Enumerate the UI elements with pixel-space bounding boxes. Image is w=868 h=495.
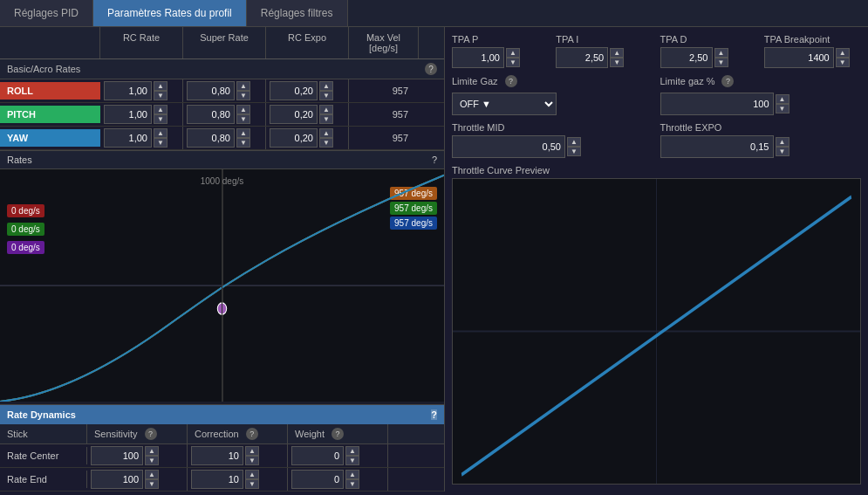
dyn-end-correction-input[interactable] xyxy=(191,470,243,489)
dyn-end-sensitivity-up[interactable]: ▲ xyxy=(145,470,159,479)
dyn-center-correction-input[interactable] xyxy=(191,446,243,465)
pitch-rc-rate-down[interactable]: ▼ xyxy=(154,114,167,124)
chart-svg xyxy=(0,169,444,402)
dyn-row-end: Rate End ▲ ▼ ▲ ▼ xyxy=(0,468,444,492)
rates-help-icon[interactable]: ? xyxy=(432,155,437,165)
throttle-expo-up[interactable]: ▲ xyxy=(776,137,789,147)
weight-help-icon[interactable]: ? xyxy=(331,428,344,440)
limite-gaz-pct-input[interactable] xyxy=(660,93,774,115)
tpa-p-down[interactable]: ▼ xyxy=(506,58,520,67)
yaw-super-rate-down[interactable]: ▼ xyxy=(236,138,250,148)
dyn-center-sensitivity-down[interactable]: ▼ xyxy=(145,456,159,465)
pitch-rc-expo-down[interactable]: ▼ xyxy=(319,114,333,124)
throttle-expo-input-row: ▲ ▼ xyxy=(660,135,862,158)
tpa-p-up[interactable]: ▲ xyxy=(506,48,520,58)
tab-pid[interactable]: Réglages PID xyxy=(0,0,93,26)
tpa-breakpoint-input-row: ▲ ▼ xyxy=(764,47,861,68)
pitch-rc-expo-up[interactable]: ▲ xyxy=(319,105,333,114)
dyn-end-weight-input[interactable] xyxy=(291,470,344,489)
tpa-p-group: TPA P ▲ ▼ xyxy=(452,34,549,68)
tpa-i-input[interactable] xyxy=(556,47,608,68)
dyn-end-sensitivity-input[interactable] xyxy=(91,470,143,489)
roll-rc-expo-input[interactable] xyxy=(270,81,318,100)
tpa-breakpoint-up[interactable]: ▲ xyxy=(836,48,850,58)
roll-rc-expo-down[interactable]: ▼ xyxy=(319,91,333,100)
roll-rc-expo-up[interactable]: ▲ xyxy=(319,81,333,91)
dyn-col-correction: Correction ? xyxy=(188,424,288,443)
sensitivity-help-icon[interactable]: ? xyxy=(145,428,157,440)
col-rc-rate: RC Rate xyxy=(100,27,183,58)
throttle-mid-label: Throttle MID xyxy=(452,122,653,133)
yaw-super-rate-up[interactable]: ▲ xyxy=(236,128,250,138)
dyn-end-sensitivity-spin: ▲ ▼ xyxy=(145,470,159,489)
limite-gaz-pct-help-icon[interactable]: ? xyxy=(721,75,734,87)
limite-gaz-select[interactable]: OFF ▼ ON xyxy=(452,93,557,115)
yaw-rc-rate: ▲ ▼ xyxy=(100,127,183,149)
limite-gaz-pct-up[interactable]: ▲ xyxy=(776,94,789,104)
dyn-end-weight-up[interactable]: ▲ xyxy=(345,470,359,479)
yaw-rc-rate-down[interactable]: ▼ xyxy=(154,138,167,148)
limite-gaz-help-icon[interactable]: ? xyxy=(505,75,517,87)
tpa-breakpoint-spin: ▲ ▼ xyxy=(836,48,850,67)
yaw-super-rate-input[interactable] xyxy=(187,128,235,148)
throttle-mid-up[interactable]: ▲ xyxy=(567,137,581,147)
yaw-rc-expo-down[interactable]: ▼ xyxy=(319,138,333,148)
dyn-end-weight: ▲ ▼ xyxy=(288,468,388,491)
dyn-center-sensitivity-up[interactable]: ▲ xyxy=(145,446,159,456)
dyn-center-label: Rate Center xyxy=(0,447,87,464)
limite-gaz-pct-down[interactable]: ▼ xyxy=(776,104,789,113)
col-super-rate: Super Rate xyxy=(183,27,266,58)
rates-table: RC Rate Super Rate RC Expo Max Vel [deg/… xyxy=(0,27,444,151)
tpa-d-down[interactable]: ▼ xyxy=(714,58,728,67)
dyn-center-correction-up[interactable]: ▲ xyxy=(245,446,259,456)
correction-help-icon[interactable]: ? xyxy=(246,428,258,440)
yaw-rc-rate-up[interactable]: ▲ xyxy=(154,128,167,138)
tpa-d-input-row: ▲ ▼ xyxy=(660,47,757,68)
dyn-center-correction-down[interactable]: ▼ xyxy=(245,456,259,465)
pitch-super-rate-up[interactable]: ▲ xyxy=(236,105,250,114)
dynamics-help-icon[interactable]: ? xyxy=(431,409,437,420)
pitch-rc-rate-up[interactable]: ▲ xyxy=(154,105,167,114)
tab-bar: Réglages PID Paramètres Rates du profil … xyxy=(0,0,868,27)
tpa-breakpoint-input[interactable] xyxy=(764,47,834,68)
tpa-i-down[interactable]: ▼ xyxy=(610,58,624,67)
tpa-i-up[interactable]: ▲ xyxy=(610,48,624,58)
roll-rc-rate-input[interactable] xyxy=(104,81,152,100)
dyn-center-weight-down[interactable]: ▼ xyxy=(345,456,359,465)
roll-rc-rate-up[interactable]: ▲ xyxy=(154,81,167,91)
roll-super-rate-input[interactable] xyxy=(187,81,235,100)
dyn-end-weight-down[interactable]: ▼ xyxy=(345,479,359,489)
dyn-center-correction-spin: ▲ ▼ xyxy=(245,446,259,465)
basic-acro-help-icon[interactable]: ? xyxy=(425,63,437,75)
tpa-d-up[interactable]: ▲ xyxy=(714,48,728,58)
throttle-expo-input[interactable] xyxy=(660,135,774,158)
throttle-mid-down[interactable]: ▼ xyxy=(567,147,581,156)
pitch-label: PITCH xyxy=(0,106,100,123)
throttle-mid-input[interactable] xyxy=(452,135,565,158)
roll-label: ROLL xyxy=(0,82,100,100)
yaw-rc-rate-input[interactable] xyxy=(104,128,152,148)
dyn-end-weight-spin: ▲ ▼ xyxy=(345,470,359,489)
yaw-rc-rate-spin: ▲ ▼ xyxy=(154,128,167,148)
roll-rc-rate-down[interactable]: ▼ xyxy=(154,91,167,100)
tab-filters[interactable]: Réglages filtres xyxy=(247,0,348,26)
tpa-p-input[interactable] xyxy=(452,47,504,68)
dyn-center-weight-input[interactable] xyxy=(291,446,344,465)
dyn-center-weight-up[interactable]: ▲ xyxy=(345,446,359,456)
dyn-end-correction-up[interactable]: ▲ xyxy=(245,470,259,479)
pitch-rc-expo-input[interactable] xyxy=(270,105,318,124)
roll-super-rate-up[interactable]: ▲ xyxy=(236,81,250,91)
pitch-super-rate-input[interactable] xyxy=(187,105,235,124)
throttle-expo-down[interactable]: ▼ xyxy=(776,147,789,156)
pitch-super-rate-down[interactable]: ▼ xyxy=(236,114,250,124)
dyn-center-sensitivity-input[interactable] xyxy=(91,446,143,465)
tpa-d-input[interactable] xyxy=(660,47,713,68)
roll-super-rate-down[interactable]: ▼ xyxy=(236,91,250,100)
pitch-rc-rate-input[interactable] xyxy=(104,105,152,124)
tab-rates[interactable]: Paramètres Rates du profil xyxy=(93,0,247,26)
yaw-rc-expo-up[interactable]: ▲ xyxy=(319,128,333,138)
dyn-end-correction-down[interactable]: ▼ xyxy=(245,479,259,489)
tpa-breakpoint-down[interactable]: ▼ xyxy=(836,58,850,67)
yaw-rc-expo-input[interactable] xyxy=(270,128,318,148)
dyn-end-sensitivity-down[interactable]: ▼ xyxy=(145,479,159,489)
